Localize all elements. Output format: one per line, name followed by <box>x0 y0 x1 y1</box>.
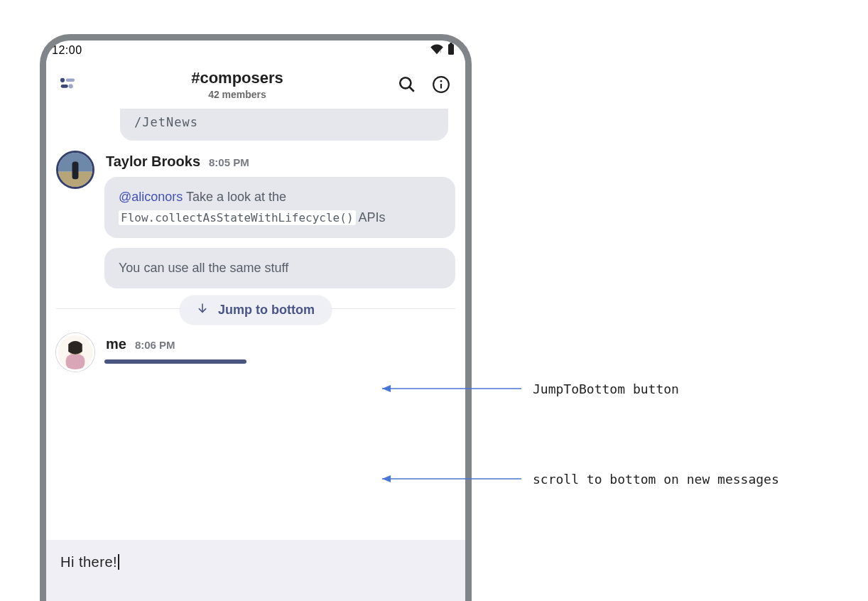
topbar-actions <box>397 75 451 94</box>
svg-point-8 <box>400 77 411 88</box>
svg-rect-2 <box>448 44 454 55</box>
status-bar: 12:00 ! <box>46 40 465 60</box>
today-divider: Jump to bottom <box>56 308 455 309</box>
svg-point-11 <box>440 80 443 82</box>
composer-value: Hi there! <box>60 554 117 570</box>
svg-rect-6 <box>61 85 68 88</box>
message-row-taylor: Taylor Brooks 8:05 PM @aliconors Take a … <box>56 151 455 298</box>
messages-list[interactable]: /JetNews Taylor Brooks 8:05 PM @aliconor… <box>46 109 465 528</box>
svg-rect-15 <box>72 162 79 180</box>
message-row-me: me 8:06 PM <box>56 333 455 372</box>
message-time-me: 8:06 PM <box>135 339 175 351</box>
message-bubble-2: You can use all the same stuff <box>104 248 455 288</box>
message-text: APIs <box>356 210 386 224</box>
arrow-down-icon <box>197 303 208 318</box>
mention[interactable]: @aliconors <box>119 190 183 204</box>
sender-line-me: me 8:06 PM <box>106 336 455 352</box>
search-icon[interactable] <box>397 75 417 94</box>
clock: 12:00 <box>52 44 82 57</box>
avatar-taylor[interactable] <box>56 151 94 189</box>
message-time: 8:05 PM <box>209 156 249 168</box>
sender-name-me: me <box>106 336 126 352</box>
wifi-icon: ! <box>430 43 444 58</box>
channel-title-area: #composers 42 members <box>77 69 397 100</box>
jump-to-bottom-button[interactable]: Jump to bottom <box>180 296 332 325</box>
message-bubble-me <box>104 359 246 364</box>
svg-rect-5 <box>66 78 75 82</box>
jump-label: Jump to bottom <box>218 303 315 318</box>
status-right: ! <box>430 43 455 58</box>
composer-text[interactable]: Hi there! <box>60 554 451 570</box>
channel-members: 42 members <box>77 89 397 100</box>
code-chip: Flow.collectAsStateWithLifecycle() <box>119 210 356 225</box>
svg-rect-3 <box>450 43 452 44</box>
avatar-me[interactable] <box>56 333 94 372</box>
svg-line-9 <box>409 87 414 92</box>
message-bubble-1: @aliconors Take a look at the Flow.colle… <box>104 177 455 238</box>
message-bubble-prev: /JetNews <box>120 109 448 141</box>
phone-frame: 12:00 ! #composers 42 members <box>40 34 472 601</box>
message-text: Take a look at the <box>183 190 286 204</box>
app-logo[interactable] <box>58 75 77 94</box>
svg-rect-19 <box>66 354 85 369</box>
message-composer: Hi there! Send <box>46 540 465 601</box>
sender-name: Taylor Brooks <box>106 153 200 170</box>
battery-icon <box>447 43 455 58</box>
info-icon[interactable] <box>431 75 451 94</box>
channel-name: #composers <box>77 69 397 87</box>
annotation-scroll: scroll to bottom on new messages <box>533 472 779 487</box>
svg-text:!: ! <box>440 50 442 54</box>
annotation-jump: JumpToBottom button <box>533 381 679 396</box>
svg-point-4 <box>60 78 65 82</box>
top-bar: #composers 42 members <box>46 60 465 109</box>
sender-line: Taylor Brooks 8:05 PM <box>106 153 455 170</box>
svg-point-7 <box>69 84 73 88</box>
